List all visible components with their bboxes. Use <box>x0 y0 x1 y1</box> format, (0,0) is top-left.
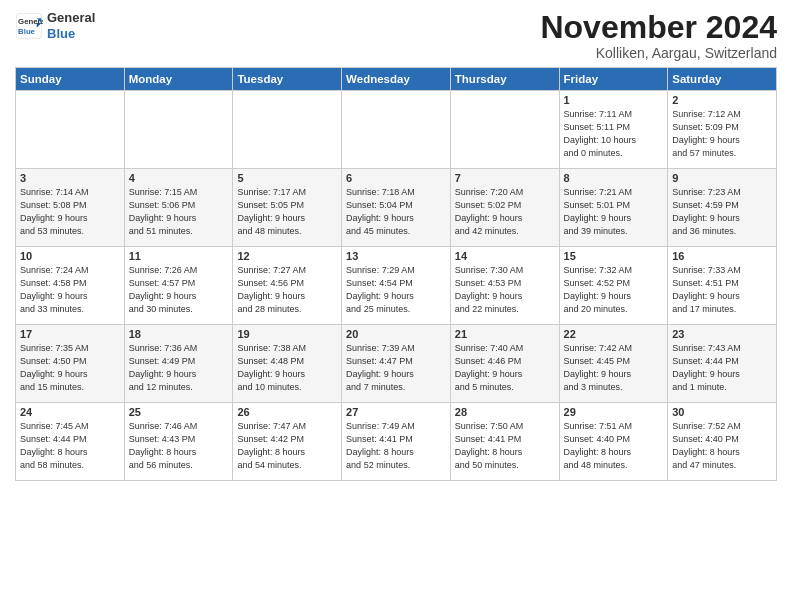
calendar-cell: 16Sunrise: 7:33 AMSunset: 4:51 PMDayligh… <box>668 247 777 325</box>
day-info: Sunrise: 7:20 AMSunset: 5:02 PMDaylight:… <box>455 186 555 238</box>
day-info: Sunrise: 7:12 AMSunset: 5:09 PMDaylight:… <box>672 108 772 160</box>
day-number: 12 <box>237 250 337 262</box>
calendar-cell <box>342 91 451 169</box>
calendar-cell <box>124 91 233 169</box>
day-number: 19 <box>237 328 337 340</box>
calendar-cell: 24Sunrise: 7:45 AMSunset: 4:44 PMDayligh… <box>16 403 125 481</box>
day-info: Sunrise: 7:29 AMSunset: 4:54 PMDaylight:… <box>346 264 446 316</box>
logo-icon: General Blue <box>15 12 43 40</box>
day-info: Sunrise: 7:27 AMSunset: 4:56 PMDaylight:… <box>237 264 337 316</box>
calendar-cell: 18Sunrise: 7:36 AMSunset: 4:49 PMDayligh… <box>124 325 233 403</box>
day-number: 5 <box>237 172 337 184</box>
day-number: 10 <box>20 250 120 262</box>
day-number: 15 <box>564 250 664 262</box>
day-info: Sunrise: 7:42 AMSunset: 4:45 PMDaylight:… <box>564 342 664 394</box>
day-number: 23 <box>672 328 772 340</box>
calendar-cell: 25Sunrise: 7:46 AMSunset: 4:43 PMDayligh… <box>124 403 233 481</box>
week-row-4: 17Sunrise: 7:35 AMSunset: 4:50 PMDayligh… <box>16 325 777 403</box>
header-saturday: Saturday <box>668 68 777 91</box>
day-info: Sunrise: 7:39 AMSunset: 4:47 PMDaylight:… <box>346 342 446 394</box>
calendar-cell: 4Sunrise: 7:15 AMSunset: 5:06 PMDaylight… <box>124 169 233 247</box>
day-number: 24 <box>20 406 120 418</box>
day-info: Sunrise: 7:47 AMSunset: 4:42 PMDaylight:… <box>237 420 337 472</box>
day-info: Sunrise: 7:14 AMSunset: 5:08 PMDaylight:… <box>20 186 120 238</box>
day-info: Sunrise: 7:45 AMSunset: 4:44 PMDaylight:… <box>20 420 120 472</box>
day-info: Sunrise: 7:33 AMSunset: 4:51 PMDaylight:… <box>672 264 772 316</box>
day-info: Sunrise: 7:24 AMSunset: 4:58 PMDaylight:… <box>20 264 120 316</box>
day-info: Sunrise: 7:11 AMSunset: 5:11 PMDaylight:… <box>564 108 664 160</box>
calendar-cell: 1Sunrise: 7:11 AMSunset: 5:11 PMDaylight… <box>559 91 668 169</box>
day-info: Sunrise: 7:52 AMSunset: 4:40 PMDaylight:… <box>672 420 772 472</box>
header-thursday: Thursday <box>450 68 559 91</box>
calendar-cell: 3Sunrise: 7:14 AMSunset: 5:08 PMDaylight… <box>16 169 125 247</box>
calendar-cell: 6Sunrise: 7:18 AMSunset: 5:04 PMDaylight… <box>342 169 451 247</box>
day-number: 16 <box>672 250 772 262</box>
header: General Blue General Blue November 2024 … <box>15 10 777 61</box>
calendar-cell: 17Sunrise: 7:35 AMSunset: 4:50 PMDayligh… <box>16 325 125 403</box>
calendar-cell: 10Sunrise: 7:24 AMSunset: 4:58 PMDayligh… <box>16 247 125 325</box>
day-info: Sunrise: 7:23 AMSunset: 4:59 PMDaylight:… <box>672 186 772 238</box>
calendar-cell: 7Sunrise: 7:20 AMSunset: 5:02 PMDaylight… <box>450 169 559 247</box>
calendar-cell: 11Sunrise: 7:26 AMSunset: 4:57 PMDayligh… <box>124 247 233 325</box>
calendar-cell: 5Sunrise: 7:17 AMSunset: 5:05 PMDaylight… <box>233 169 342 247</box>
day-info: Sunrise: 7:36 AMSunset: 4:49 PMDaylight:… <box>129 342 229 394</box>
day-info: Sunrise: 7:26 AMSunset: 4:57 PMDaylight:… <box>129 264 229 316</box>
header-sunday: Sunday <box>16 68 125 91</box>
header-monday: Monday <box>124 68 233 91</box>
day-info: Sunrise: 7:49 AMSunset: 4:41 PMDaylight:… <box>346 420 446 472</box>
day-number: 17 <box>20 328 120 340</box>
calendar-cell <box>233 91 342 169</box>
calendar-cell: 28Sunrise: 7:50 AMSunset: 4:41 PMDayligh… <box>450 403 559 481</box>
day-number: 13 <box>346 250 446 262</box>
logo: General Blue General Blue <box>15 10 95 41</box>
day-number: 7 <box>455 172 555 184</box>
day-number: 14 <box>455 250 555 262</box>
logo-text: General Blue <box>47 10 95 41</box>
day-number: 3 <box>20 172 120 184</box>
day-number: 26 <box>237 406 337 418</box>
day-number: 29 <box>564 406 664 418</box>
day-info: Sunrise: 7:40 AMSunset: 4:46 PMDaylight:… <box>455 342 555 394</box>
page-container: General Blue General Blue November 2024 … <box>0 0 792 486</box>
day-info: Sunrise: 7:32 AMSunset: 4:52 PMDaylight:… <box>564 264 664 316</box>
calendar-cell: 19Sunrise: 7:38 AMSunset: 4:48 PMDayligh… <box>233 325 342 403</box>
day-number: 28 <box>455 406 555 418</box>
calendar-cell: 20Sunrise: 7:39 AMSunset: 4:47 PMDayligh… <box>342 325 451 403</box>
day-info: Sunrise: 7:18 AMSunset: 5:04 PMDaylight:… <box>346 186 446 238</box>
day-info: Sunrise: 7:51 AMSunset: 4:40 PMDaylight:… <box>564 420 664 472</box>
day-number: 11 <box>129 250 229 262</box>
calendar-cell: 26Sunrise: 7:47 AMSunset: 4:42 PMDayligh… <box>233 403 342 481</box>
week-row-5: 24Sunrise: 7:45 AMSunset: 4:44 PMDayligh… <box>16 403 777 481</box>
calendar-cell: 23Sunrise: 7:43 AMSunset: 4:44 PMDayligh… <box>668 325 777 403</box>
week-row-3: 10Sunrise: 7:24 AMSunset: 4:58 PMDayligh… <box>16 247 777 325</box>
calendar-cell: 14Sunrise: 7:30 AMSunset: 4:53 PMDayligh… <box>450 247 559 325</box>
calendar-cell: 2Sunrise: 7:12 AMSunset: 5:09 PMDaylight… <box>668 91 777 169</box>
calendar-cell: 8Sunrise: 7:21 AMSunset: 5:01 PMDaylight… <box>559 169 668 247</box>
week-row-2: 3Sunrise: 7:14 AMSunset: 5:08 PMDaylight… <box>16 169 777 247</box>
day-info: Sunrise: 7:35 AMSunset: 4:50 PMDaylight:… <box>20 342 120 394</box>
calendar-cell: 15Sunrise: 7:32 AMSunset: 4:52 PMDayligh… <box>559 247 668 325</box>
header-wednesday: Wednesday <box>342 68 451 91</box>
calendar-cell: 13Sunrise: 7:29 AMSunset: 4:54 PMDayligh… <box>342 247 451 325</box>
day-number: 20 <box>346 328 446 340</box>
day-number: 30 <box>672 406 772 418</box>
calendar-cell <box>450 91 559 169</box>
calendar-cell: 22Sunrise: 7:42 AMSunset: 4:45 PMDayligh… <box>559 325 668 403</box>
day-info: Sunrise: 7:38 AMSunset: 4:48 PMDaylight:… <box>237 342 337 394</box>
day-number: 27 <box>346 406 446 418</box>
calendar-cell: 9Sunrise: 7:23 AMSunset: 4:59 PMDaylight… <box>668 169 777 247</box>
calendar-cell: 21Sunrise: 7:40 AMSunset: 4:46 PMDayligh… <box>450 325 559 403</box>
calendar-table: SundayMondayTuesdayWednesdayThursdayFrid… <box>15 67 777 481</box>
day-number: 21 <box>455 328 555 340</box>
calendar-header-row: SundayMondayTuesdayWednesdayThursdayFrid… <box>16 68 777 91</box>
calendar-cell: 12Sunrise: 7:27 AMSunset: 4:56 PMDayligh… <box>233 247 342 325</box>
calendar-cell: 30Sunrise: 7:52 AMSunset: 4:40 PMDayligh… <box>668 403 777 481</box>
day-info: Sunrise: 7:30 AMSunset: 4:53 PMDaylight:… <box>455 264 555 316</box>
svg-text:Blue: Blue <box>18 26 36 35</box>
day-number: 6 <box>346 172 446 184</box>
day-number: 1 <box>564 94 664 106</box>
calendar-cell: 29Sunrise: 7:51 AMSunset: 4:40 PMDayligh… <box>559 403 668 481</box>
title-block: November 2024 Kolliken, Aargau, Switzerl… <box>540 10 777 61</box>
day-info: Sunrise: 7:15 AMSunset: 5:06 PMDaylight:… <box>129 186 229 238</box>
month-title: November 2024 <box>540 10 777 45</box>
